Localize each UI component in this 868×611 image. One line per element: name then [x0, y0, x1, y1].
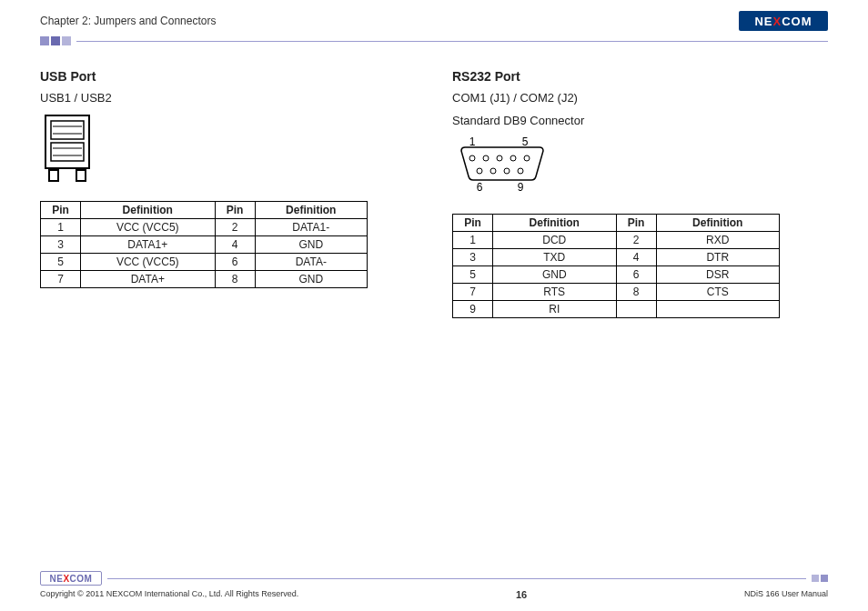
usb-section: USB Port USB1 / USB2 Pin Definition Pi — [40, 69, 416, 318]
rs232-pin-table: Pin Definition Pin Definition 1 DCD 2 RX… — [452, 214, 780, 318]
table-row: 7 RTS 8 CTS — [453, 284, 780, 301]
def-cell: RTS — [493, 284, 617, 301]
def-cell: DCD — [493, 232, 617, 249]
table-row: 3 DATA1+ 4 GND — [41, 236, 368, 254]
rs232-sub1: COM1 (J1) / COM2 (J2) — [452, 91, 828, 105]
th-pin: Pin — [215, 202, 255, 219]
pin-cell: 6 — [616, 266, 656, 284]
def-cell: DATA- — [255, 254, 367, 271]
svg-point-13 — [524, 155, 530, 161]
pin-cell: 9 — [453, 301, 493, 318]
th-def: Definition — [81, 202, 216, 219]
table-row: 1 DCD 2 RXD — [453, 232, 780, 249]
db9-label-6: 6 — [477, 181, 483, 194]
rs232-sub2: Standard DB9 Connector — [452, 114, 828, 127]
pin-cell — [616, 301, 656, 318]
pin-cell: 4 — [215, 236, 255, 254]
header-line — [76, 41, 828, 42]
svg-point-11 — [497, 155, 502, 161]
svg-rect-7 — [49, 170, 58, 181]
svg-point-17 — [518, 168, 523, 174]
db9-label-5: 5 — [522, 136, 529, 148]
footer-line — [107, 578, 806, 579]
th-def: Definition — [255, 202, 367, 219]
pin-cell: 6 — [215, 254, 255, 271]
usb-sub: USB1 / USB2 — [40, 91, 416, 105]
th-pin: Pin — [616, 215, 656, 232]
def-cell: TXD — [493, 249, 617, 266]
svg-point-14 — [477, 168, 482, 174]
pin-cell: 8 — [215, 271, 255, 288]
db9-connector-icon: 1 5 6 9 — [452, 136, 552, 195]
rs232-section: RS232 Port COM1 (J1) / COM2 (J2) Standar… — [452, 69, 828, 318]
def-cell: GND — [255, 271, 367, 288]
svg-point-12 — [510, 155, 516, 161]
def-cell: DTR — [656, 249, 780, 266]
def-cell: CTS — [656, 284, 780, 301]
pin-cell: 7 — [41, 271, 81, 288]
usb-connector-diagram — [40, 114, 416, 185]
logo-text-pre: NE — [50, 574, 64, 584]
svg-point-9 — [469, 155, 475, 161]
manual-name: NDiS 166 User Manual — [744, 589, 828, 600]
logo-text-x: X — [773, 15, 782, 28]
def-cell — [656, 301, 780, 318]
def-cell: RI — [493, 301, 617, 318]
table-header-row: Pin Definition Pin Definition — [41, 202, 368, 219]
def-cell: GND — [493, 266, 617, 284]
table-row: 7 DATA+ 8 GND — [41, 271, 368, 288]
page-number: 16 — [516, 589, 527, 600]
logo-text-pre: NE — [754, 15, 772, 28]
svg-rect-8 — [76, 170, 86, 181]
db9-connector-diagram: 1 5 6 9 — [452, 136, 828, 197]
svg-rect-1 — [51, 121, 84, 139]
pin-cell: 2 — [215, 219, 255, 236]
th-pin: Pin — [453, 215, 493, 232]
table-row: 3 TXD 4 DTR — [453, 249, 780, 266]
rs232-title: RS232 Port — [452, 69, 828, 84]
nexcom-logo: NEXCOM — [739, 11, 828, 31]
th-def: Definition — [656, 215, 780, 232]
pin-cell: 5 — [41, 254, 81, 271]
def-cell: DATA1+ — [81, 236, 216, 254]
logo-text-post: COM — [782, 15, 812, 28]
th-pin: Pin — [41, 202, 81, 219]
logo-text-x: X — [63, 574, 69, 584]
pin-cell: 1 — [41, 219, 81, 236]
pin-cell: 3 — [453, 249, 493, 266]
def-cell: VCC (VCC5) — [81, 219, 216, 236]
def-cell: DATA1- — [255, 219, 367, 236]
usb-title: USB Port — [40, 69, 416, 84]
footer-text-row: Copyright © 2011 NEXCOM International Co… — [40, 587, 828, 600]
table-header-row: Pin Definition Pin Definition — [453, 215, 780, 232]
db9-label-1: 1 — [469, 136, 476, 148]
def-cell: VCC (VCC5) — [81, 254, 216, 271]
def-cell: GND — [255, 236, 367, 254]
pin-cell: 4 — [616, 249, 656, 266]
chapter-label: Chapter 2: Jumpers and Connectors — [40, 15, 216, 27]
svg-point-10 — [483, 155, 489, 161]
table-row: 5 GND 6 DSR — [453, 266, 780, 284]
def-cell: DSR — [656, 266, 780, 284]
pin-cell: 1 — [453, 232, 493, 249]
nexcom-footer-logo: NEXCOM — [40, 571, 102, 586]
header-squares-icon — [40, 36, 71, 45]
th-def: Definition — [493, 215, 617, 232]
table-row: 1 VCC (VCC5) 2 DATA1- — [41, 219, 368, 236]
usb-connector-icon — [40, 114, 95, 185]
copyright-text: Copyright © 2011 NEXCOM International Co… — [40, 589, 298, 600]
svg-point-15 — [490, 168, 496, 174]
header-rule — [40, 36, 828, 45]
pin-cell: 5 — [453, 266, 493, 284]
db9-label-9: 9 — [518, 181, 524, 194]
pin-cell: 8 — [616, 284, 656, 301]
pin-cell: 7 — [453, 284, 493, 301]
table-row: 5 VCC (VCC5) 6 DATA- — [41, 254, 368, 271]
pin-cell: 3 — [41, 236, 81, 254]
footer-rule: NEXCOM — [40, 571, 828, 586]
usb-pin-table: Pin Definition Pin Definition 1 VCC (VCC… — [40, 201, 368, 288]
pin-cell: 2 — [616, 232, 656, 249]
page-header: Chapter 2: Jumpers and Connectors NEXCOM — [40, 11, 828, 31]
table-row: 9 RI — [453, 301, 780, 318]
def-cell: DATA+ — [81, 271, 216, 288]
